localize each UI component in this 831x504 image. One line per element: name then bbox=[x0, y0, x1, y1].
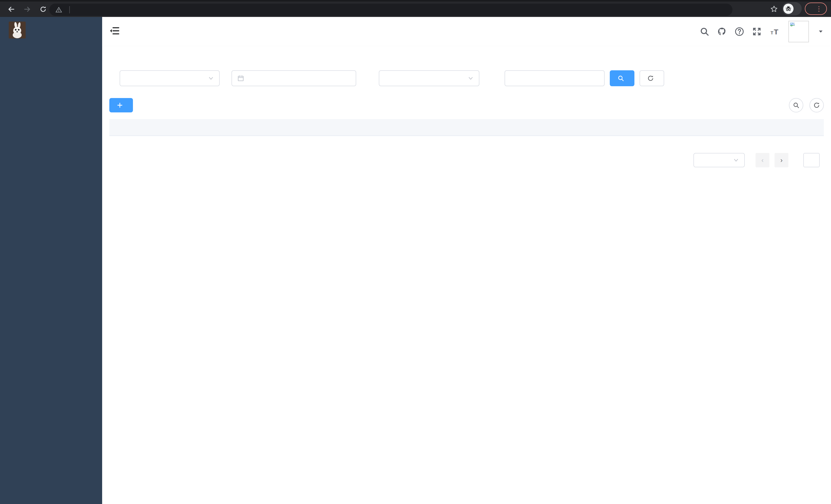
browser-forward-button[interactable] bbox=[21, 3, 33, 16]
result-select[interactable] bbox=[379, 70, 479, 86]
leave-table bbox=[109, 119, 824, 136]
incognito-badge bbox=[782, 2, 802, 16]
search-icon[interactable] bbox=[699, 27, 709, 36]
browser-back-button[interactable] bbox=[5, 3, 18, 16]
browser-toolbar: ⋮ bbox=[0, 0, 831, 17]
table-header-row bbox=[109, 119, 824, 136]
chevron-down-icon bbox=[208, 75, 214, 81]
top-header bbox=[102, 17, 831, 47]
screen: ⋮ bbox=[0, 0, 831, 504]
main-area: ‹ › bbox=[102, 17, 831, 504]
refresh-table-button[interactable] bbox=[809, 98, 824, 112]
page-content: ‹ › bbox=[102, 59, 831, 504]
search-icon bbox=[793, 102, 799, 109]
prev-page-button[interactable]: ‹ bbox=[755, 153, 769, 167]
logo-avatar bbox=[9, 22, 26, 38]
calendar-icon bbox=[237, 75, 244, 82]
fullscreen-icon[interactable] bbox=[752, 27, 762, 36]
browser-reload-button[interactable] bbox=[37, 3, 49, 16]
user-menu-caret-icon[interactable] bbox=[818, 28, 824, 35]
goto-page-input[interactable] bbox=[803, 153, 820, 167]
show-search-button[interactable] bbox=[789, 98, 803, 112]
search-icon bbox=[618, 75, 624, 82]
app-logo bbox=[0, 17, 102, 43]
create-leave-button[interactable] bbox=[109, 98, 133, 112]
help-icon[interactable] bbox=[735, 27, 744, 36]
font-size-icon[interactable] bbox=[769, 27, 781, 36]
divider bbox=[69, 6, 70, 13]
page-size-select[interactable] bbox=[693, 153, 745, 167]
chevron-down-icon bbox=[467, 75, 474, 81]
table-toolbar bbox=[109, 98, 824, 112]
pagination: ‹ › bbox=[109, 153, 824, 167]
user-avatar[interactable] bbox=[789, 21, 809, 42]
filter-bar bbox=[109, 70, 824, 86]
address-bar[interactable] bbox=[49, 4, 733, 16]
security-warning-icon bbox=[55, 6, 62, 13]
next-page-button[interactable]: › bbox=[775, 153, 789, 167]
bookmark-star-icon[interactable] bbox=[769, 4, 779, 13]
reason-input[interactable] bbox=[510, 74, 599, 83]
browser-update-button[interactable]: ⋮ bbox=[805, 3, 827, 15]
reason-input-wrap bbox=[505, 70, 605, 86]
browser-menu-icon[interactable]: ⋮ bbox=[815, 5, 822, 12]
plus-icon bbox=[116, 102, 123, 109]
refresh-icon bbox=[813, 102, 820, 109]
chevron-down-icon bbox=[733, 157, 739, 163]
tags-view-bar bbox=[102, 46, 831, 60]
github-icon[interactable] bbox=[717, 27, 727, 36]
leave-type-select[interactable] bbox=[120, 70, 220, 86]
incognito-icon bbox=[783, 4, 794, 14]
refresh-icon bbox=[647, 75, 654, 82]
apply-time-range-picker[interactable] bbox=[231, 70, 356, 86]
sidebar bbox=[0, 17, 102, 504]
sidebar-collapse-icon[interactable] bbox=[109, 25, 121, 37]
reset-button[interactable] bbox=[639, 70, 664, 86]
search-button[interactable] bbox=[610, 70, 634, 86]
